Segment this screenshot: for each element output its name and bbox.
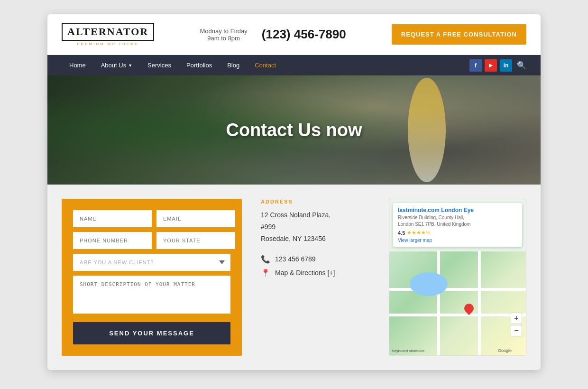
hero-section: Contact Us now	[47, 75, 541, 185]
form-row-1	[73, 210, 230, 227]
content-section: ARE YOU A NEW CLIENT? Yes No SEND YOUR M…	[47, 185, 541, 370]
search-icon[interactable]: 🔍	[517, 61, 526, 70]
nav-services[interactable]: Services	[140, 55, 179, 75]
logo[interactable]: ALTERNATOR PREMIUM WP THEME	[62, 23, 154, 46]
cta-button[interactable]: REQUEST A FREE CONSULTATION	[392, 24, 526, 45]
map-popup: lastminute.com London Eye Riverside Buil…	[393, 203, 522, 247]
send-button[interactable]: SEND YOUR MESSAGE	[73, 322, 230, 344]
map-keyboard-shortcut: Keyboard shortcuts	[392, 349, 424, 353]
contact-phone[interactable]: 123 456 6789	[275, 255, 316, 263]
nav-about[interactable]: About Us ▼	[93, 55, 140, 75]
map-popup-addr: Riverside Building, County Hall, London …	[398, 214, 517, 228]
map-container[interactable]: lastminute.com London Eye Riverside Buil…	[389, 199, 526, 356]
youtube-icon[interactable]: ▶	[485, 59, 497, 72]
address-line3: Rosedale, NY 123456	[261, 235, 326, 242]
header-schedule: Modnay to Firday 9am to 8pm	[200, 28, 247, 42]
map-directions-link[interactable]: Map & Directions [+]	[275, 269, 335, 277]
nav-icons: f ▶ in 🔍	[469, 59, 526, 72]
header-middle: Modnay to Firday 9am to 8pm (123) 456-78…	[200, 27, 346, 42]
nav-contact[interactable]: Contact	[247, 55, 284, 75]
address-section: ADDRESS 12 Cross Noland Plaza, #999 Rose…	[256, 199, 375, 356]
phone-icon: 📞	[261, 255, 270, 264]
schedule-text: Modnay to Firday	[200, 28, 247, 35]
zoom-in-button[interactable]: +	[511, 313, 522, 324]
logo-sub: PREMIUM WP THEME	[77, 42, 139, 46]
form-row-2	[73, 232, 230, 249]
map-visual	[389, 251, 526, 355]
email-input[interactable]	[156, 210, 235, 227]
map-popup-title: lastminute.com London Eye	[398, 207, 517, 213]
address-label: ADDRESS	[261, 199, 370, 204]
map-pin	[462, 301, 476, 315]
description-textarea[interactable]	[73, 276, 230, 314]
hours-text: 9am to 8pm	[200, 35, 247, 42]
contact-form: ARE YOU A NEW CLIENT? Yes No SEND YOUR M…	[62, 199, 242, 356]
map-popup-rating: 4.5 ★★★★½	[398, 230, 517, 236]
address-text: 12 Cross Noland Plaza, #999 Rosedale, NY…	[261, 209, 370, 245]
linkedin-icon[interactable]: in	[500, 59, 512, 72]
address-line2: #999	[261, 223, 276, 231]
map-road-v2	[478, 251, 481, 355]
nav-links: Home About Us ▼ Services Portfolios Blog…	[62, 55, 284, 75]
map-road-v1	[437, 251, 440, 355]
logo-text: ALTERNATOR	[62, 23, 154, 41]
phone-input[interactable]	[73, 232, 152, 249]
name-input[interactable]	[73, 210, 152, 227]
state-input[interactable]	[156, 232, 235, 249]
map-google-logo: Google	[498, 348, 512, 353]
client-select[interactable]: ARE YOU A NEW CLIENT? Yes No	[73, 254, 230, 271]
browser-window: ALTERNATOR PREMIUM WP THEME Modnay to Fi…	[47, 14, 541, 370]
site-header: ALTERNATOR PREMIUM WP THEME Modnay to Fi…	[47, 14, 541, 55]
nav-blog[interactable]: Blog	[220, 55, 247, 75]
nav-home[interactable]: Home	[62, 55, 93, 75]
map-water-area	[410, 272, 448, 296]
hero-title: Contact Us now	[226, 120, 362, 140]
map-view-larger-link[interactable]: View larger map	[398, 238, 517, 243]
map-road-h1	[389, 288, 526, 291]
map-zoom-controls: + −	[511, 313, 522, 336]
facebook-icon[interactable]: f	[469, 59, 482, 72]
address-line1: 12 Cross Noland Plaza,	[261, 211, 331, 219]
header-phone[interactable]: (123) 456-7890	[262, 27, 346, 42]
zoom-out-button[interactable]: −	[511, 325, 522, 336]
map-line[interactable]: 📍 Map & Directions [+]	[261, 269, 370, 278]
phone-line: 📞 123 456 6789	[261, 255, 370, 264]
location-icon: 📍	[261, 269, 270, 278]
main-nav: Home About Us ▼ Services Portfolios Blog…	[47, 55, 541, 75]
map-road-h2	[389, 314, 526, 316]
nav-portfolios[interactable]: Portfolios	[179, 55, 220, 75]
